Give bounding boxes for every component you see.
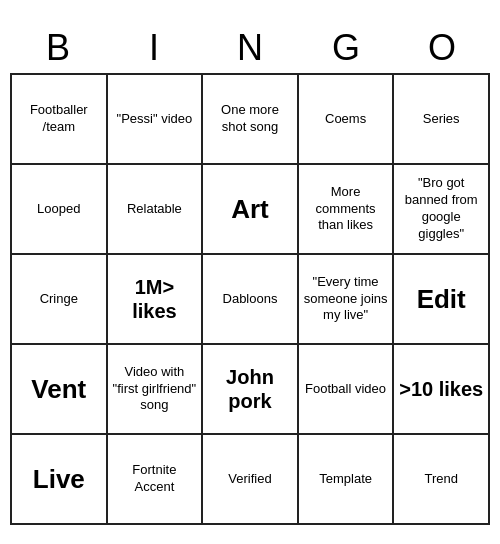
bingo-cell-19: >10 likes (394, 345, 490, 435)
bingo-cell-9: "Bro got banned from google giggles" (394, 165, 490, 255)
cell-text-7: Art (231, 195, 269, 224)
cell-text-20: Live (33, 465, 85, 494)
cell-text-17: John pork (207, 365, 293, 413)
bingo-cell-24: Trend (394, 435, 490, 525)
bingo-cell-12: Dabloons (203, 255, 299, 345)
cell-text-6: Relatable (127, 201, 182, 218)
header-letter-n: N (206, 27, 294, 69)
cell-text-12: Dabloons (223, 291, 278, 308)
cell-text-22: Verified (228, 471, 271, 488)
cell-text-2: One more shot song (207, 102, 293, 136)
cell-text-15: Vent (31, 375, 86, 404)
bingo-cell-7: Art (203, 165, 299, 255)
bingo-cell-6: Relatable (108, 165, 204, 255)
bingo-cell-21: Fortnite Accent (108, 435, 204, 525)
bingo-cell-16: Video with "first girlfriend" song (108, 345, 204, 435)
bingo-cell-2: One more shot song (203, 75, 299, 165)
bingo-cell-5: Looped (12, 165, 108, 255)
cell-text-21: Fortnite Accent (112, 462, 198, 496)
bingo-cell-22: Verified (203, 435, 299, 525)
cell-text-23: Template (319, 471, 372, 488)
header-letter-g: G (302, 27, 390, 69)
cell-text-18: Football video (305, 381, 386, 398)
cell-text-13: "Every time someone joins my live" (303, 274, 389, 325)
cell-text-0: Footballer /team (16, 102, 102, 136)
bingo-cell-3: Coems (299, 75, 395, 165)
bingo-cell-8: More comments than likes (299, 165, 395, 255)
header-letter-o: O (398, 27, 486, 69)
cell-text-1: "Pessi" video (117, 111, 193, 128)
header-letter-i: I (110, 27, 198, 69)
cell-text-16: Video with "first girlfriend" song (112, 364, 198, 415)
bingo-header: BINGO (10, 19, 490, 73)
header-letter-b: B (14, 27, 102, 69)
cell-text-9: "Bro got banned from google giggles" (398, 175, 484, 243)
cell-text-24: Trend (424, 471, 457, 488)
cell-text-3: Coems (325, 111, 366, 128)
cell-text-14: Edit (417, 285, 466, 314)
cell-text-11: 1M> likes (112, 275, 198, 323)
bingo-cell-11: 1M> likes (108, 255, 204, 345)
cell-text-19: >10 likes (399, 377, 483, 401)
cell-text-8: More comments than likes (303, 184, 389, 235)
bingo-card: BINGO Footballer /team"Pessi" videoOne m… (10, 19, 490, 525)
bingo-cell-13: "Every time someone joins my live" (299, 255, 395, 345)
bingo-cell-18: Football video (299, 345, 395, 435)
cell-text-10: Cringe (40, 291, 78, 308)
bingo-cell-14: Edit (394, 255, 490, 345)
cell-text-4: Series (423, 111, 460, 128)
bingo-cell-1: "Pessi" video (108, 75, 204, 165)
bingo-cell-10: Cringe (12, 255, 108, 345)
bingo-cell-23: Template (299, 435, 395, 525)
bingo-grid: Footballer /team"Pessi" videoOne more sh… (10, 73, 490, 525)
bingo-cell-15: Vent (12, 345, 108, 435)
bingo-cell-4: Series (394, 75, 490, 165)
cell-text-5: Looped (37, 201, 80, 218)
bingo-cell-17: John pork (203, 345, 299, 435)
bingo-cell-20: Live (12, 435, 108, 525)
bingo-cell-0: Footballer /team (12, 75, 108, 165)
